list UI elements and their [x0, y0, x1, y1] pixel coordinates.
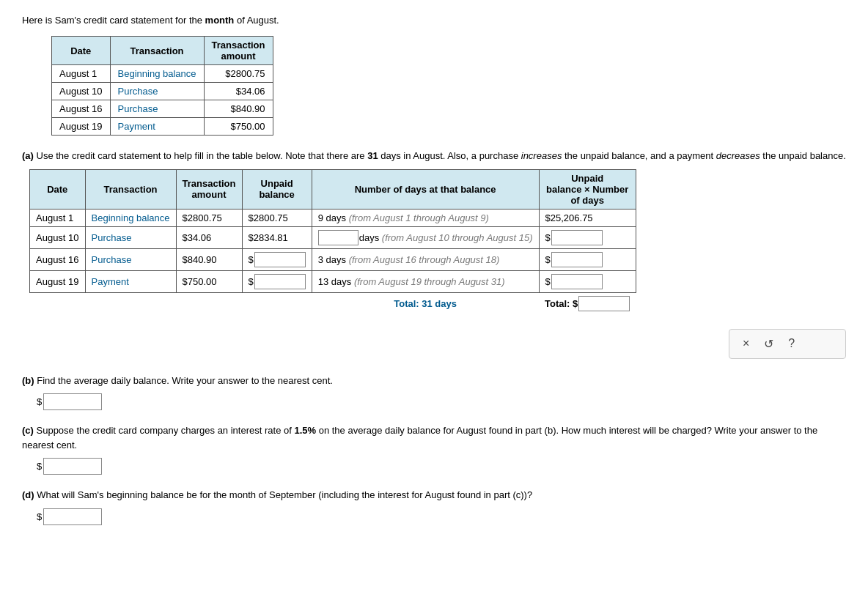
days-label-aug10: days (from August 10 through August 15): [359, 232, 533, 243]
table-row: August 1 Beginning balance $2800.75: [52, 65, 273, 83]
intro-text: Here is Sam's credit card statement for …: [22, 15, 846, 26]
part-c-answer: $: [37, 458, 846, 475]
cell-transaction: Payment: [110, 118, 204, 136]
table-row: August 10 Purchase $34.06: [52, 83, 273, 100]
part-b-label: (b) Find the average daily balance. Writ…: [22, 374, 846, 388]
cell-amount: $750.00: [204, 118, 273, 136]
main-header-amount: Transactionamount: [176, 169, 242, 209]
dollar-sign: $: [37, 461, 42, 472]
part-b-answer: $: [37, 393, 846, 410]
unpaid-x-days-input-aug19[interactable]: [551, 274, 603, 289]
simple-table-header-amount: Transactionamount: [204, 37, 273, 65]
cell-date: August 10: [30, 226, 86, 248]
cell-date: August 16: [52, 100, 111, 118]
totals-row: Total: 31 days Total: $: [30, 292, 636, 314]
undo-button[interactable]: ↺: [762, 335, 775, 352]
unpaid-x-days-input-aug16[interactable]: [551, 252, 603, 267]
main-header-balance: Unpaidbalance: [242, 169, 312, 209]
table-row: August 16 Purchase $840.90: [52, 100, 273, 118]
dollar-sign: $: [545, 254, 551, 265]
part-c-label: (c) Suppose the credit card company char…: [22, 423, 846, 452]
cell-date: August 19: [52, 118, 111, 136]
cell-transaction: Purchase: [110, 83, 204, 100]
part-d-input[interactable]: [43, 508, 102, 525]
cell-date: August 1: [52, 65, 111, 83]
main-header-unpaid-x-days: Unpaidbalance × Numberof days: [539, 169, 636, 209]
simple-table: Date Transaction Transactionamount Augus…: [51, 36, 273, 136]
table-row: August 16 Purchase $840.90 $ 3 days (fro…: [30, 248, 636, 270]
cell-amount: $750.00: [176, 270, 242, 292]
table-row: August 19 Payment $750.00 $ 13 days (fro…: [30, 270, 636, 292]
dollar-sign: $: [545, 232, 551, 243]
part-d-section: (d) What will Sam's beginning balance be…: [22, 488, 846, 525]
cell-date: August 1: [30, 209, 86, 226]
cell-amount: $2800.75: [204, 65, 273, 83]
balance-input-aug16[interactable]: [254, 252, 306, 267]
close-button[interactable]: ×: [741, 335, 751, 352]
cell-balance: $2834.81: [242, 226, 312, 248]
part-c-section: (c) Suppose the credit card company char…: [22, 423, 846, 475]
cell-unpaid-x-days[interactable]: $: [539, 226, 636, 248]
total-days: Total: 31 days: [312, 292, 539, 314]
cell-transaction: Payment: [85, 270, 176, 292]
main-header-days: Number of days at that balance: [312, 169, 539, 209]
table-row: August 19 Payment $750.00: [52, 118, 273, 136]
main-table: Date Transaction Transactionamount Unpai…: [29, 169, 636, 314]
cell-days-text: 3 days (from August 16 through August 18…: [312, 248, 539, 270]
cell-transaction: Beginning balance: [85, 209, 176, 226]
part-a-section: (a) Use the credit card statement to hel…: [22, 149, 846, 314]
cell-date: August 16: [30, 248, 86, 270]
cell-unpaid-x-days[interactable]: $: [539, 248, 636, 270]
dollar-sign: $: [573, 298, 578, 309]
simple-table-header-date: Date: [52, 37, 111, 65]
cell-unpaid-x-days[interactable]: $: [539, 270, 636, 292]
cell-transaction: Purchase: [110, 100, 204, 118]
part-b-input[interactable]: [43, 393, 102, 410]
total-unpaid[interactable]: Total: $: [539, 292, 636, 314]
cell-balance[interactable]: $: [242, 248, 312, 270]
cell-days-text: 9 days (from August 1 through August 9): [312, 209, 539, 226]
cell-amount: $34.06: [176, 226, 242, 248]
cell-balance[interactable]: $: [242, 270, 312, 292]
cell-transaction: Purchase: [85, 226, 176, 248]
cell-amount: $34.06: [204, 83, 273, 100]
part-a-label: (a) Use the credit card statement to hel…: [22, 149, 846, 163]
cell-unpaid-x-days: $25,206.75: [539, 209, 636, 226]
part-d-answer: $: [37, 508, 846, 525]
cell-amount: $2800.75: [176, 209, 242, 226]
dollar-sign: $: [37, 396, 42, 407]
cell-transaction: Purchase: [85, 248, 176, 270]
cell-amount: $840.90: [176, 248, 242, 270]
cell-balance: $2800.75: [242, 209, 312, 226]
total-days-label: [30, 292, 312, 314]
cell-transaction: Beginning balance: [110, 65, 204, 83]
simple-table-header-transaction: Transaction: [110, 37, 204, 65]
balance-input-aug19[interactable]: [254, 274, 306, 289]
main-header-transaction: Transaction: [85, 169, 176, 209]
cell-amount: $840.90: [204, 100, 273, 118]
days-input-aug10[interactable]: [318, 230, 358, 245]
cell-days-text: 13 days (from August 19 through August 3…: [312, 270, 539, 292]
dollar-sign: $: [249, 254, 254, 265]
dollar-sign: $: [37, 511, 42, 522]
cell-days[interactable]: days (from August 10 through August 15): [312, 226, 539, 248]
unpaid-x-days-input-aug10[interactable]: [551, 230, 603, 245]
table-row: August 10 Purchase $34.06 $2834.81 days …: [30, 226, 636, 248]
part-c-input[interactable]: [43, 458, 102, 475]
help-button[interactable]: ?: [787, 335, 796, 352]
toolbar: × ↺ ?: [729, 329, 846, 359]
total-input[interactable]: [578, 296, 630, 311]
part-b-section: (b) Find the average daily balance. Writ…: [22, 374, 846, 411]
main-header-date: Date: [30, 169, 86, 209]
cell-date: August 19: [30, 270, 86, 292]
dollar-sign: $: [249, 276, 254, 287]
cell-date: August 10: [52, 83, 111, 100]
dollar-sign: $: [545, 276, 551, 287]
table-row: August 1 Beginning balance $2800.75 $280…: [30, 209, 636, 226]
part-d-label: (d) What will Sam's beginning balance be…: [22, 488, 846, 503]
